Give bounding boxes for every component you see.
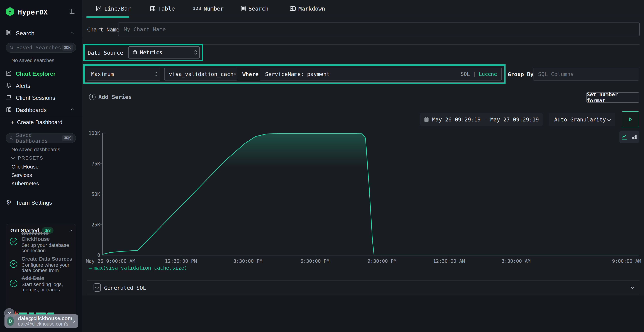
page-footer-area: [82, 296, 644, 332]
check-circle-icon: [10, 260, 17, 268]
sidebar-item-label: Chart Explorer: [16, 70, 56, 77]
metrics-source-icon: [132, 50, 138, 55]
dashboards-icon: [6, 107, 12, 112]
add-series-button[interactable]: Add Series: [89, 94, 132, 100]
sidebar-item-label: Alerts: [16, 83, 30, 89]
chart-name-input[interactable]: My Chart Name: [118, 22, 640, 36]
user-menu[interactable]: D dale@clickhouse.com dale@clickhouse.co…: [4, 314, 78, 328]
granularity-select[interactable]: Auto Granularity: [549, 113, 615, 126]
data-source-select[interactable]: Metrics: [128, 46, 200, 58]
chevron-down-icon: [607, 118, 611, 121]
preset-services[interactable]: Services: [12, 172, 32, 178]
check-circle-icon: [10, 280, 17, 287]
y-tick-mark: [103, 133, 105, 133]
set-number-format-button[interactable]: Set number format: [586, 92, 639, 103]
x-tick-label: 6:30:00 PM: [300, 258, 330, 264]
sidebar-item-label: Dashboards: [16, 107, 47, 114]
generated-sql-toggle[interactable]: <> Generated SQL: [82, 280, 644, 294]
sql-mode-toggle[interactable]: SQL: [461, 71, 470, 77]
view-tabbar: Line/Bar Table 123 Number: [82, 0, 644, 17]
calendar-icon: [424, 117, 429, 122]
sidebar-item-client-sessions[interactable]: Client Sessions: [0, 93, 82, 103]
x-tick-label: 3:30:00 PM: [234, 258, 262, 264]
get-started-item[interactable]: Add Data Start sending logs, metrics, or…: [22, 276, 72, 292]
sidebar-item-chart-explorer[interactable]: Chart Explorer: [0, 69, 82, 79]
y-tick-label: 75K: [79, 161, 100, 166]
y-tick-label: 100K: [79, 130, 100, 136]
where-input[interactable]: ServiceName: payment SQL | Lucene: [260, 68, 502, 80]
close-icon[interactable]: ✕: [234, 71, 236, 77]
table-icon: [150, 6, 156, 12]
hyperdx-logo-icon: [6, 7, 14, 16]
search-icon: [9, 136, 14, 140]
divider: [0, 116, 82, 116]
app-title: HyperDX: [18, 8, 48, 16]
x-tick-mark: [315, 256, 315, 258]
logo-row: HyperDX: [0, 7, 82, 16]
lucene-mode-toggle[interactable]: Lucene: [479, 71, 497, 77]
check-circle-icon: [10, 238, 17, 245]
where-label: Where: [242, 71, 258, 78]
preset-kubernetes[interactable]: Kubernetes: [12, 180, 39, 186]
get-started-item[interactable]: Create Data Sources Configure where your…: [22, 256, 72, 273]
sidebar-collapse-icon[interactable]: [69, 8, 75, 14]
chart-plot-area[interactable]: 100K75K50K25K0May 26 9:00:00 AM12:30:00 …: [103, 133, 639, 255]
group-by-label: Group By: [508, 71, 534, 78]
sidebar-item-label: Team Settings: [16, 200, 52, 206]
aggregation-select[interactable]: Maximum: [86, 68, 160, 80]
preset-clickhouse[interactable]: ClickHouse: [12, 164, 39, 170]
divider: [87, 294, 640, 294]
saved-searches-placeholder: Saved Searches: [16, 45, 61, 50]
sidebar-item-label: Client Sessions: [16, 95, 55, 101]
metric-tag[interactable]: visa_validation_cach ✕: [164, 68, 237, 80]
x-tick-label: 12:30:00 PM: [165, 258, 197, 264]
search-section-icon: [6, 30, 11, 36]
y-tick-label: 0: [79, 252, 100, 258]
shortcut-badge: ⌘K: [62, 44, 73, 50]
divider: [0, 38, 82, 38]
tab-number[interactable]: 123 Number: [193, 4, 224, 13]
x-tick-mark: [449, 256, 449, 258]
search-section-header[interactable]: Search: [0, 29, 82, 38]
tab-table[interactable]: Table: [150, 4, 175, 13]
x-tick-mark: [382, 256, 382, 258]
group-by-input[interactable]: SQL Columns: [533, 68, 639, 80]
sidebar-item-dashboards[interactable]: Dashboards: [0, 105, 82, 115]
line-chart-icon: [96, 6, 102, 12]
select-chevrons-icon: [156, 72, 157, 76]
y-tick-label: 50K: [79, 192, 100, 197]
sidebar-item-alerts[interactable]: Alerts: [0, 81, 82, 91]
y-tick-mark: [100, 194, 102, 194]
data-source-label: Data Source: [88, 50, 123, 56]
chevron-down-icon: [11, 156, 14, 159]
date-range-picker[interactable]: May 26 09:29:19 - May 27 09:29:19: [420, 113, 543, 126]
tab-search[interactable]: Search: [240, 4, 268, 13]
y-axis-line: [102, 133, 103, 256]
tab-line-bar[interactable]: Line/Bar: [96, 4, 131, 13]
y-tick-label: 25K: [79, 222, 100, 228]
select-chevrons-icon: [195, 50, 196, 54]
chart-legend[interactable]: — max(visa_validation_cache.size): [89, 265, 187, 271]
search-section-label: Search: [16, 30, 34, 37]
get-started-card: Get Started 3/3 Connect to ClickHouse Se…: [6, 224, 76, 322]
laptop-icon: [6, 95, 12, 100]
x-tick-mark: [181, 256, 181, 258]
saved-searches-input[interactable]: Saved Searches ⌘K: [6, 42, 76, 52]
number-123-icon: 123: [193, 6, 201, 11]
bell-icon: [6, 82, 12, 88]
user-email: dale@clickhouse.com: [18, 316, 72, 321]
chart-explorer-icon: [6, 70, 12, 76]
create-dashboard-button[interactable]: + Create Dashboard: [11, 119, 62, 126]
run-query-button[interactable]: [622, 111, 639, 127]
sidebar-item-team-settings[interactable]: ⚙ Team Settings: [0, 198, 82, 208]
x-tick-label: 9:30:00 PM: [368, 258, 396, 264]
legend-label: max(visa_validation_cache.size): [94, 265, 187, 271]
search-list-icon: [240, 6, 246, 12]
get-started-item[interactable]: Connect to ClickHouse Set up your databa…: [22, 231, 72, 253]
markdown-icon: [290, 6, 296, 11]
tab-markdown[interactable]: Markdown: [290, 4, 325, 13]
saved-dashboards-input[interactable]: Saved Dashboards ⌘K: [6, 133, 76, 143]
search-icon: [9, 45, 14, 50]
main-content: Line/Bar Table 123 Number: [82, 0, 644, 332]
generated-sql-label: Generated SQL: [104, 285, 146, 291]
